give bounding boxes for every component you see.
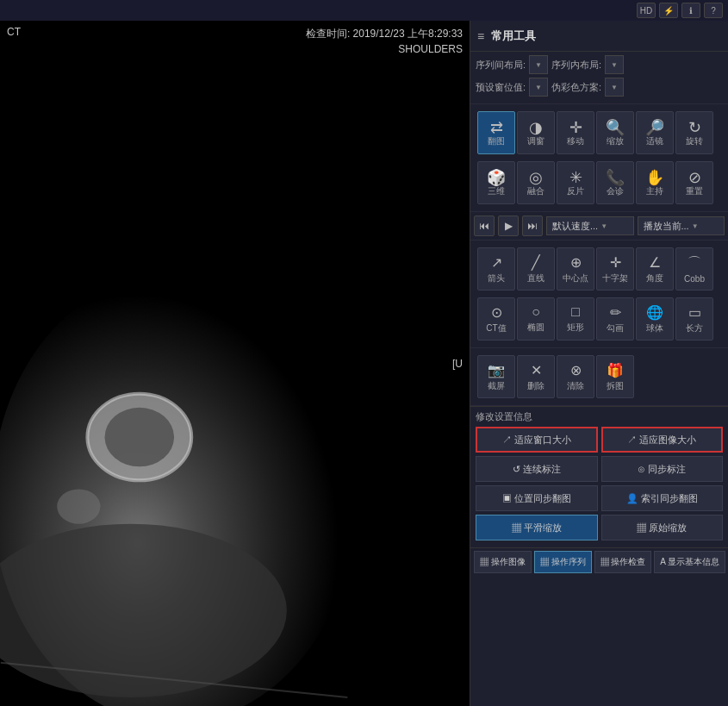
bottom-toolbar: ▦ 操作图像 ▦ 操作序列 ▦ 操作检查 A 显示基本信息 □ 显示标注 ↔ 显… <box>470 547 728 575</box>
consult-label: 会诊 <box>607 187 624 196</box>
flip-icon: ⇄ <box>490 120 503 135</box>
tool-sphere[interactable]: 🌐 球体 <box>636 297 674 341</box>
color-scheme-label: 伪彩色方案: <box>551 81 601 94</box>
sync-mark-label: ⊙ 同步标注 <box>638 463 686 476</box>
tool-split[interactable]: 🎁 拆图 <box>596 355 634 398</box>
window-label: 调窗 <box>527 137 544 146</box>
operate-image-label: ▦ 操作图像 <box>480 556 526 568</box>
ct-info-overlay: 检查时间: 2019/12/23 上午8:29:33 SHOULDERS <box>306 26 463 57</box>
idx-sync-label: 👤 索引同步翻图 <box>626 492 698 505</box>
split-label: 拆图 <box>607 380 624 392</box>
operate-image-btn[interactable]: ▦ 操作图像 <box>474 551 532 573</box>
host-label: 主持 <box>646 187 663 196</box>
sync-mark-btn[interactable]: ⊙ 同步标注 <box>601 456 724 482</box>
tool-window[interactable]: ◑ 调窗 <box>517 111 555 154</box>
tool-cross[interactable]: ✛ 十字架 <box>596 247 634 291</box>
tool-arrow[interactable]: ↗ 箭头 <box>477 247 515 291</box>
show-basic-info-btn[interactable]: A 显示基本信息 <box>654 551 725 573</box>
center-label: 中心点 <box>563 272 588 284</box>
smooth-zoom-btn[interactable]: ▦ 平滑缩放 <box>476 515 598 540</box>
fusion-label: 融合 <box>527 187 544 196</box>
settings-section: 修改设置信息 ↗ 适应窗口大小 ↗ 适应图像大小 ↺ 连续标注 ⊙ 同步标注 <box>470 406 728 547</box>
fit-image-btn[interactable]: ↗ 适应图像大小 <box>601 427 724 453</box>
action-section: 📷 截屏 ✕ 删除 ⊗ 清除 🎁 拆图 <box>470 348 728 406</box>
settings-row-3: ▣ 位置同步翻图 👤 索引同步翻图 <box>476 485 723 511</box>
hd-icon[interactable]: HD <box>637 3 656 18</box>
flash-icon[interactable]: ⚡ <box>659 3 678 18</box>
tool-zoom[interactable]: 🔍 缩放 <box>596 111 634 154</box>
tool-consult[interactable]: 📞 会诊 <box>596 161 634 204</box>
tool-delete[interactable]: ✕ 删除 <box>517 355 555 398</box>
series-layout-dropdown[interactable] <box>529 55 548 74</box>
rotate-icon: ↻ <box>688 120 701 135</box>
intra-layout-label: 序列内布局: <box>551 59 601 72</box>
next-frame-btn[interactable]: ⏭ <box>522 216 543 236</box>
box-label: 长方 <box>686 322 703 334</box>
tool-draw[interactable]: ✏ 勾画 <box>596 297 634 341</box>
intra-layout-dropdown[interactable] <box>605 55 624 74</box>
tool-move[interactable]: ✛ 移动 <box>557 111 594 154</box>
reset-icon: ⊘ <box>688 170 701 185</box>
idx-sync-btn[interactable]: 👤 索引同步翻图 <box>601 485 724 511</box>
draw-label: 勾画 <box>607 322 624 334</box>
flip-label: 翻图 <box>488 137 505 146</box>
ct-viewport[interactable]: CT 检查时间: 2019/12/23 上午8:29:33 SHOULDERS … <box>0 21 470 706</box>
tool-invert[interactable]: ✳ 反片 <box>557 161 594 204</box>
tool-flip[interactable]: ⇄ 翻图 <box>477 111 515 154</box>
delete-label: 删除 <box>527 380 544 392</box>
cross-icon: ✛ <box>610 254 621 271</box>
tool-center[interactable]: ⊕ 中心点 <box>557 247 594 291</box>
play-btn[interactable]: ▶ <box>498 216 519 236</box>
tool-fit[interactable]: 🔎 适镜 <box>636 111 674 154</box>
settings-row-2: ↺ 连续标注 ⊙ 同步标注 <box>476 456 723 482</box>
tool-rotate[interactable]: ↻ 旋转 <box>675 111 713 154</box>
ct-image <box>0 21 470 706</box>
tool-clear[interactable]: ⊗ 清除 <box>557 355 594 398</box>
original-zoom-btn[interactable]: ▦ 原始缩放 <box>601 515 724 540</box>
speed-dropdown[interactable]: 默认速度... <box>546 216 634 235</box>
main-tools-grid: ⇄ 翻图 ◑ 调窗 ✛ 移动 🔍 缩放 🔎 适镜 <box>476 108 723 158</box>
svg-point-3 <box>105 408 175 466</box>
tool-ellipse[interactable]: ○ 椭圆 <box>517 297 555 341</box>
tool-box[interactable]: ▭ 长方 <box>675 297 713 341</box>
clear-label: 清除 <box>567 380 584 392</box>
tools-title: 常用工具 <box>491 28 536 44</box>
help-icon[interactable]: ? <box>704 3 723 18</box>
operate-exam-btn[interactable]: ▦ 操作检查 <box>594 551 652 573</box>
operate-series-label: ▦ 操作序列 <box>540 556 586 568</box>
tool-3d[interactable]: 🎲 三维 <box>477 161 515 204</box>
tool-angle[interactable]: ∠ 角度 <box>636 247 674 291</box>
measure-section: ↗ 箭头 ╱ 直线 ⊕ 中心点 ✛ 十字架 ∠ 角度 <box>470 241 728 348</box>
settings-row-1: ↗ 适应窗口大小 ↗ 适应图像大小 <box>476 427 723 453</box>
prev-frame-btn[interactable]: ⏮ <box>474 216 495 236</box>
tool-reset[interactable]: ⊘ 重置 <box>675 161 713 204</box>
rect-label: 矩形 <box>567 322 584 334</box>
angle-label: 角度 <box>646 272 663 284</box>
tool-rect[interactable]: □ 矩形 <box>557 297 594 341</box>
host-icon: ✋ <box>645 170 664 185</box>
series-layout-label: 序列间布局: <box>476 59 526 72</box>
fusion-icon: ◎ <box>529 170 543 185</box>
tool-fusion[interactable]: ◎ 融合 <box>517 161 555 204</box>
info-icon[interactable]: ℹ <box>681 3 700 18</box>
window-preset-label: 预设窗位值: <box>476 81 526 94</box>
screenshot-label: 截屏 <box>488 380 505 392</box>
color-scheme-dropdown[interactable] <box>605 78 624 97</box>
window-preset-dropdown[interactable] <box>529 78 548 97</box>
tool-screenshot[interactable]: 📷 截屏 <box>477 355 515 398</box>
operate-series-btn[interactable]: ▦ 操作序列 <box>534 551 592 573</box>
zoom-icon: 🔍 <box>606 120 625 135</box>
tool-host[interactable]: ✋ 主持 <box>636 161 674 204</box>
tool-cobb[interactable]: ⌒ Cobb <box>675 247 713 291</box>
pos-sync-btn[interactable]: ▣ 位置同步翻图 <box>476 485 598 511</box>
ct-modality-label: CT <box>7 26 21 38</box>
move-label: 移动 <box>567 137 584 146</box>
screenshot-icon: 📷 <box>488 362 505 378</box>
fit-window-btn[interactable]: ↗ 适应窗口大小 <box>476 427 598 453</box>
measure-grid-2: ⊙ CT值 ○ 椭圆 □ 矩形 ✏ 勾画 🌐 球体 <box>476 294 723 344</box>
mode-dropdown[interactable]: 播放当前... <box>638 216 725 235</box>
tool-line[interactable]: ╱ 直线 <box>517 247 555 291</box>
tool-ct-value[interactable]: ⊙ CT值 <box>477 297 515 341</box>
continuous-mark-btn[interactable]: ↺ 连续标注 <box>476 456 598 482</box>
angle-icon: ∠ <box>649 254 661 271</box>
